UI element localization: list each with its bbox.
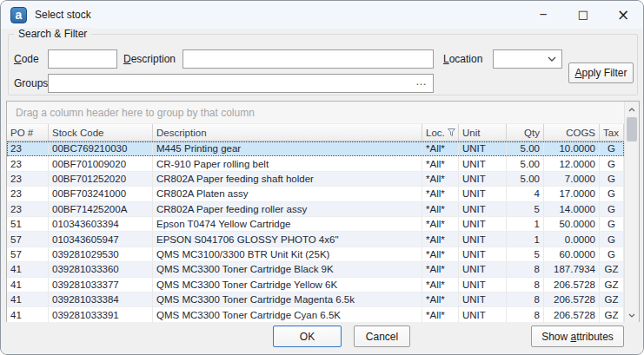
cell-loc: *All*	[422, 172, 459, 186]
group-by-hint: Drag a column header here to group by th…	[16, 107, 255, 119]
location-select[interactable]	[493, 49, 562, 69]
cell-po: 41	[7, 278, 49, 292]
cell-loc: *All*	[422, 202, 459, 216]
minimize-icon: ─	[540, 9, 546, 21]
cell-qty: 5.00	[507, 172, 544, 186]
cell-unit: UNIT	[459, 307, 507, 321]
table-row[interactable]: 2300BF703241000CR802A Platen assy*All*UN…	[7, 187, 624, 201]
cell-description: QMS MC3300 Toner Cartridge Black 9K	[153, 262, 422, 276]
groups-input[interactable]	[49, 75, 414, 92]
app-icon: a	[10, 7, 27, 23]
table-row[interactable]: 41039281033377QMS MC3300 Toner Cartridge…	[7, 278, 624, 293]
cell-tax: G	[600, 141, 624, 155]
cell-tax: GZ	[600, 293, 624, 306]
cell-po: 23	[7, 187, 49, 201]
chevron-down-icon	[628, 313, 635, 318]
column-header-cogs[interactable]: COGS	[544, 124, 600, 141]
cell-po: 51	[7, 217, 49, 231]
cell-po: 57	[7, 247, 49, 261]
table-row[interactable]: 2300BF71425200ACR802A Paper feeding roll…	[7, 202, 624, 217]
cell-po: 41	[7, 293, 49, 306]
column-header-tax[interactable]: Tax	[600, 124, 624, 141]
cancel-button[interactable]: Cancel	[354, 325, 410, 347]
cell-cogs: 187.7934	[544, 262, 600, 276]
cell-description: CR802A Platen assy	[153, 187, 422, 201]
table-row[interactable]: 57039281029530QMS MC3100/3300 BTR Unit K…	[7, 247, 624, 262]
table-row[interactable]: 41039281033391QMS MC3300 Toner Cartridge…	[7, 307, 624, 322]
cell-description: QMS MC3300 Toner Cartridge Cyan 6.5K	[153, 307, 422, 321]
filter-funnel-icon[interactable]	[445, 128, 455, 136]
cell-qty: 5.00	[507, 141, 544, 155]
cell-qty: 8	[507, 278, 544, 292]
cell-stock-code: 010343603394	[49, 217, 153, 231]
cell-tax: G	[600, 156, 624, 170]
cell-description: QMS MC3300 Toner Cartridge Yellow 6K	[153, 278, 422, 292]
cell-po: 23	[7, 172, 49, 186]
scroll-down-button[interactable]	[625, 308, 639, 322]
code-input[interactable]	[48, 49, 117, 69]
scroll-up-button[interactable]	[625, 102, 639, 116]
cell-unit: UNIT	[459, 202, 507, 216]
cell-tax: G	[600, 232, 624, 246]
maximize-button[interactable]: □	[563, 1, 603, 29]
table-row[interactable]: 2300BF701252020CR802A Paper feeding shaf…	[7, 172, 624, 187]
column-header-description[interactable]: Description	[153, 124, 422, 141]
stock-grid: Drag a column header here to group by th…	[6, 101, 640, 324]
groups-label: Groups	[14, 77, 48, 89]
table-row[interactable]: 57010343605947EPSON S041706 GLOSSY PHOTO…	[7, 232, 624, 247]
cell-unit: UNIT	[459, 187, 507, 201]
cell-loc: *All*	[422, 307, 459, 321]
ok-button[interactable]: OK	[273, 325, 342, 347]
close-button[interactable]: ×	[603, 1, 643, 29]
cell-tax: GZ	[600, 278, 624, 292]
cell-loc: *All*	[422, 262, 459, 276]
scroll-thumb[interactable]	[627, 117, 637, 141]
apply-filter-button[interactable]: Apply Filter	[568, 62, 634, 83]
cell-loc: *All*	[422, 293, 459, 306]
cell-stock-code: 00BF703241000	[49, 187, 153, 201]
chevron-down-icon	[548, 56, 556, 62]
column-header-po[interactable]: PO #	[7, 124, 49, 141]
group-by-panel[interactable]: Drag a column header here to group by th…	[7, 102, 624, 124]
vertical-scrollbar[interactable]	[624, 102, 639, 323]
cell-description: QMS MC3300 Toner Cartridge Magenta 6.5k	[153, 293, 422, 306]
cell-description: QMS MC3100/3300 BTR Unit Kit (25K)	[153, 247, 422, 261]
description-input[interactable]	[183, 49, 434, 69]
column-header-loc[interactable]: Loc.	[422, 124, 459, 141]
table-row[interactable]: 41039281033384QMS MC3300 Toner Cartridge…	[7, 293, 624, 307]
description-label: Description	[123, 53, 176, 65]
chevron-up-icon	[628, 108, 635, 112]
cell-cogs: 50.0000	[544, 217, 600, 231]
cell-description: EPSON S041706 GLOSSY PHOTO 4x6"	[153, 232, 422, 246]
cell-loc: *All*	[422, 187, 459, 201]
cell-cogs: 206.5728	[544, 307, 600, 321]
table-row[interactable]: 41039281033360QMS MC3300 Toner Cartridge…	[7, 262, 624, 277]
minimize-button[interactable]: ─	[523, 1, 563, 29]
cell-stock-code: 00BC769210030	[49, 141, 153, 155]
cell-po: 41	[7, 262, 49, 276]
table-row[interactable]: 2300BF701009020CR-910 Paper rolling belt…	[7, 156, 624, 171]
cell-po: 57	[7, 232, 49, 246]
groups-ellipsis-button[interactable]: …	[414, 75, 433, 93]
cell-stock-code: 010343605947	[49, 232, 153, 246]
table-row[interactable]: 51010343603394Epson T0474 Yellow Cartrid…	[7, 217, 624, 232]
cell-stock-code: 039281029530	[49, 247, 153, 261]
location-label: Location	[443, 53, 482, 65]
column-header-unit[interactable]: Unit	[459, 124, 507, 141]
cell-qty: 8	[507, 293, 544, 306]
cell-tax: G	[600, 202, 624, 216]
cell-stock-code: 039281033377	[49, 278, 153, 292]
cell-qty: 5	[507, 202, 544, 216]
column-header-stock-code[interactable]: Stock Code	[49, 124, 153, 141]
column-header-qty[interactable]: Qty	[507, 124, 544, 141]
close-icon: ×	[617, 6, 629, 23]
show-attributes-button[interactable]: Show attributes	[531, 325, 624, 347]
cell-cogs: 206.5728	[544, 278, 600, 292]
cell-cogs: 206.5728	[544, 293, 600, 306]
cell-stock-code: 00BF71425200A	[49, 202, 153, 216]
cell-description: CR802A Paper feeding shaft holder	[153, 172, 422, 186]
cell-unit: UNIT	[459, 232, 507, 246]
cell-qty: 4	[507, 187, 544, 201]
table-row[interactable]: 2300BC769210030M445 Printing gear*All*UN…	[7, 141, 624, 156]
cell-unit: UNIT	[459, 278, 507, 292]
